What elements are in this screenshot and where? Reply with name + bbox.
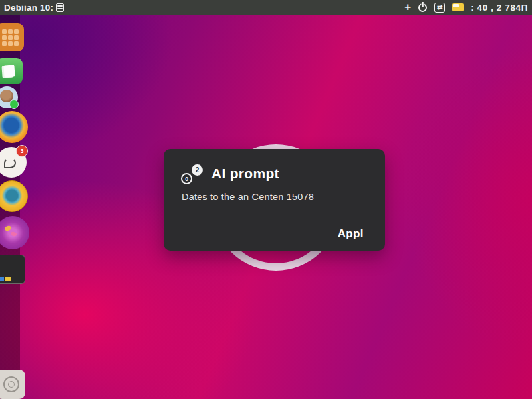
dock-item-app-grid[interactable] bbox=[0, 23, 24, 51]
ai-prompt-icon-circle-2: 2 bbox=[192, 164, 203, 176]
online-badge bbox=[9, 100, 19, 109]
system-status-text[interactable]: : 40 , 2 784Π bbox=[471, 3, 528, 13]
desktop: Debiian 10: + ⇄ : 40 , 2 784Π 3 bbox=[0, 0, 532, 399]
folder-icon[interactable] bbox=[452, 3, 464, 11]
software-icon bbox=[3, 376, 19, 392]
screenshot-icon bbox=[0, 277, 4, 281]
system-tray: + ⇄ : 40 , 2 784Π bbox=[404, 2, 528, 13]
app-grid-icon bbox=[2, 29, 19, 46]
apply-button[interactable]: Appl bbox=[335, 226, 366, 242]
add-icon[interactable]: + bbox=[404, 1, 411, 13]
notes-icon bbox=[3, 65, 15, 77]
dock-item-screenshot[interactable] bbox=[0, 255, 25, 284]
dialog-message: Dates to the an Centen 15078 bbox=[182, 192, 314, 202]
top-bar: Debiian 10: + ⇄ : 40 , 2 784Π bbox=[0, 0, 532, 15]
workspace-switcher-icon[interactable]: ⇄ bbox=[434, 3, 445, 13]
power-icon[interactable] bbox=[418, 3, 427, 12]
ai-prompt-dialog: 0 2 AI prompt Dates to the an Centen 150… bbox=[164, 149, 385, 251]
dock-item-notes[interactable] bbox=[0, 58, 23, 84]
dock: 3 bbox=[0, 15, 20, 399]
ai-prompt-icon-circle-0: 0 bbox=[181, 173, 192, 184]
dock-item-software[interactable] bbox=[0, 370, 25, 399]
top-bar-left: Debiian 10: bbox=[4, 3, 64, 13]
media-purple-icon bbox=[4, 225, 12, 232]
notification-badge: 3 bbox=[16, 145, 28, 157]
ai-prompt-icon: 0 2 bbox=[181, 164, 203, 184]
dialog-title: AI prompt bbox=[211, 166, 279, 182]
system-menu-label[interactable]: Debiian 10: bbox=[4, 3, 53, 13]
screenshot-icon-accent bbox=[5, 277, 11, 281]
window-list-icon[interactable] bbox=[56, 3, 64, 12]
media-purple-accent bbox=[10, 231, 17, 237]
dock-item-contacts[interactable] bbox=[0, 86, 18, 108]
messages-icon bbox=[4, 158, 16, 168]
